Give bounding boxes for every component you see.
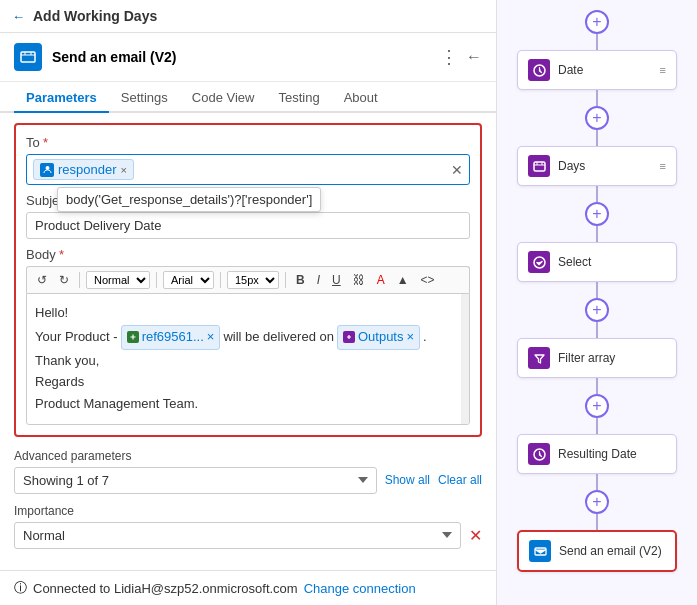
advanced-params-section: Advanced parameters Showing 1 of 7 Show … xyxy=(14,449,482,494)
show-all-button[interactable]: Show all xyxy=(385,473,430,487)
to-tag-icon xyxy=(40,163,54,177)
font-select[interactable]: Arial xyxy=(163,271,214,289)
italic-button[interactable]: I xyxy=(313,271,324,289)
action-icon xyxy=(14,43,42,71)
send-email-node-icon xyxy=(529,540,551,562)
select-node-icon xyxy=(528,251,550,273)
email-fields-box: To * responder × body('Get_response_deta… xyxy=(14,123,482,437)
flow-node-resulting-date[interactable]: Resulting Date xyxy=(517,434,677,474)
to-field-clear[interactable]: ✕ xyxy=(451,162,463,178)
add-after-select-button[interactable]: + xyxy=(585,298,609,322)
advanced-params-label: Advanced parameters xyxy=(14,449,482,463)
top-bar: ← Add Working Days xyxy=(0,0,496,33)
outputs-tag: Outputs × xyxy=(337,325,420,350)
back-button[interactable]: ← xyxy=(12,9,25,24)
filter-node-label: Filter array xyxy=(558,351,615,365)
resulting-date-node-icon xyxy=(528,443,550,465)
connector-3 xyxy=(596,130,598,146)
bold-button[interactable]: B xyxy=(292,271,309,289)
toolbar-sep-3 xyxy=(220,272,221,288)
connector-4 xyxy=(596,186,598,202)
select-node-label: Select xyxy=(558,255,591,269)
toolbar-sep-1 xyxy=(79,272,80,288)
to-tag-label: responder xyxy=(58,162,117,177)
body-editor[interactable]: Hello! Your Product - ref69561... × will… xyxy=(26,293,470,425)
connector-10 xyxy=(596,474,598,490)
importance-clear-button[interactable]: ✕ xyxy=(469,526,482,545)
svg-rect-5 xyxy=(534,162,545,171)
connector-1 xyxy=(596,34,598,50)
collapse-button[interactable]: ← xyxy=(466,48,482,66)
back-icon: ← xyxy=(12,9,25,24)
product-tag-icon xyxy=(127,331,139,343)
subject-input[interactable] xyxy=(26,212,470,239)
to-tag: responder × xyxy=(33,159,134,180)
advanced-params-row: Showing 1 of 7 Show all Clear all xyxy=(14,467,482,494)
add-after-days-button[interactable]: + xyxy=(585,202,609,226)
body-line-5: Product Management Team. xyxy=(35,394,461,415)
flow-node-date[interactable]: Date ≡ xyxy=(517,50,677,90)
left-panel: ← Add Working Days Send an email (V2) ⋮ … xyxy=(0,0,497,605)
tab-settings[interactable]: Settings xyxy=(109,82,180,113)
font-color-button[interactable]: A xyxy=(373,271,389,289)
to-tooltip: body('Get_response_details')?['responder… xyxy=(57,187,321,212)
more-options-button[interactable]: ⋮ xyxy=(440,46,458,68)
action-title: Send an email (V2) xyxy=(52,49,430,65)
add-after-resulting-button[interactable]: + xyxy=(585,490,609,514)
tab-code-view[interactable]: Code View xyxy=(180,82,267,113)
to-label: To * xyxy=(26,135,470,150)
date-node-label: Date xyxy=(558,63,583,77)
tabs-bar: Parameters Settings Code View Testing Ab… xyxy=(0,82,496,113)
flow-node-days[interactable]: Days ≡ xyxy=(517,146,677,186)
panel-content: To * responder × body('Get_response_deta… xyxy=(0,113,496,570)
underline-button[interactable]: U xyxy=(328,271,345,289)
flow-node-select[interactable]: Select xyxy=(517,242,677,282)
tab-about[interactable]: About xyxy=(332,82,390,113)
days-node-label: Days xyxy=(558,159,585,173)
flow-node-filter[interactable]: Filter array xyxy=(517,338,677,378)
redo-button[interactable]: ↻ xyxy=(55,271,73,289)
importance-section: Importance Normal ✕ xyxy=(14,504,482,549)
text-style-select[interactable]: Normal xyxy=(86,271,150,289)
body-line-1: Hello! xyxy=(35,303,461,324)
body-toolbar: ↺ ↻ Normal Arial 15px B I U ⛓ A xyxy=(26,266,470,293)
toolbar-sep-4 xyxy=(285,272,286,288)
highlight-button[interactable]: ▲ xyxy=(393,271,413,289)
flow-node-send-email[interactable]: Send an email (V2) xyxy=(517,530,677,572)
advanced-params-select[interactable]: Showing 1 of 7 xyxy=(14,467,377,494)
svg-rect-0 xyxy=(21,52,35,62)
connector-6 xyxy=(596,282,598,298)
importance-label: Importance xyxy=(14,504,482,518)
body-line-2: Your Product - ref69561... × will be del… xyxy=(35,325,461,350)
size-select[interactable]: 15px xyxy=(227,271,279,289)
tab-testing[interactable]: Testing xyxy=(266,82,331,113)
outputs-tag-icon xyxy=(343,331,355,343)
to-input[interactable]: responder × body('Get_response_details')… xyxy=(26,154,470,185)
link-button[interactable]: ⛓ xyxy=(349,271,369,289)
page-title: Add Working Days xyxy=(33,8,157,24)
info-icon: ⓘ xyxy=(14,579,27,597)
body-line-3: Thank you, xyxy=(35,351,461,372)
clear-all-button[interactable]: Clear all xyxy=(438,473,482,487)
change-connection-link[interactable]: Change connection xyxy=(304,581,416,596)
undo-button[interactable]: ↺ xyxy=(33,271,51,289)
connector-2 xyxy=(596,90,598,106)
add-after-filter-button[interactable]: + xyxy=(585,394,609,418)
connector-9 xyxy=(596,418,598,434)
importance-select[interactable]: Normal xyxy=(14,522,461,549)
to-tag-close[interactable]: × xyxy=(121,164,127,176)
connector-7 xyxy=(596,322,598,338)
right-panel: + Date ≡ + Days ≡ + Selec xyxy=(497,0,697,605)
flow-container: + Date ≡ + Days ≡ + Selec xyxy=(497,0,697,582)
tab-parameters[interactable]: Parameters xyxy=(14,82,109,113)
importance-row: Normal ✕ xyxy=(14,522,482,549)
action-header-right: ⋮ ← xyxy=(440,46,482,68)
svg-point-1 xyxy=(45,166,49,170)
code-button[interactable]: <> xyxy=(417,271,439,289)
body-scrollbar xyxy=(461,294,469,424)
filter-node-icon xyxy=(528,347,550,369)
add-top-button[interactable]: + xyxy=(585,10,609,34)
add-after-date-button[interactable]: + xyxy=(585,106,609,130)
bottom-bar: ⓘ Connected to LidiaH@szp52.onmicrosoft.… xyxy=(0,570,496,605)
product-tag: ref69561... × xyxy=(121,325,221,350)
